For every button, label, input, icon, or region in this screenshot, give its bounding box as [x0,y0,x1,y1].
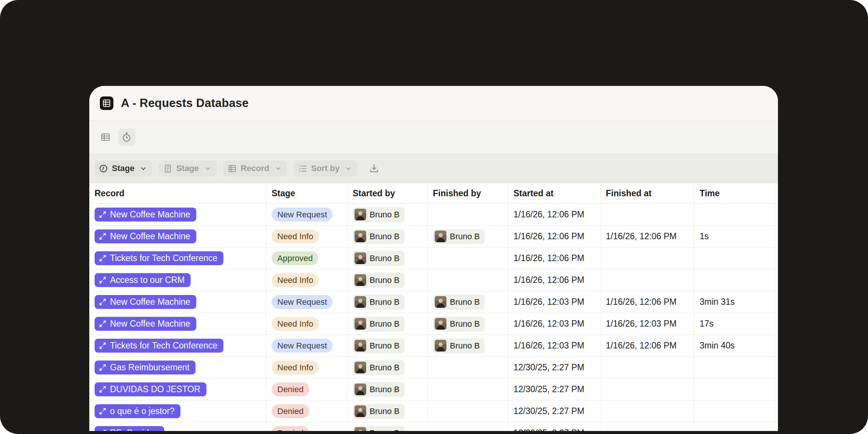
record-pill[interactable]: Gas Reimbursement [95,361,196,374]
started-at-cell: 12/30/25, 2:27 PM [508,357,601,378]
title-bar: A - Requests Database [89,86,778,121]
person-name: Bruno B [370,428,400,431]
row-filler [775,379,778,400]
column-header-stage[interactable]: Stage [266,183,347,203]
table-row: o que é o jestor?DeniedBruno B12/30/25, … [89,400,778,422]
column-header-finished-by[interactable]: Finished by [428,183,508,203]
finished-by-cell [428,379,508,400]
record-cell: New Coffee Machine [89,204,266,225]
finished-by-cell [428,357,508,378]
numbered-list-icon [298,164,307,173]
column-header-time[interactable]: Time [694,183,775,203]
person-chip: Bruno B [433,316,485,332]
column-header-record[interactable]: Record [89,183,266,203]
record-pill[interactable]: New Coffee Machine [95,208,196,222]
person-chip: Bruno B [353,360,405,375]
sort-by-button[interactable]: Sort by [293,160,358,176]
stage-badge: Denied [272,382,309,396]
record-cell: o que é o jestor? [89,400,266,422]
avatar [435,231,446,242]
record-pill[interactable]: DUVIDAS DO JESTOR [95,382,206,396]
finished-by-cell [428,204,508,225]
column-header-started-at[interactable]: Started at [508,183,601,203]
table-row: New Coffee MachineNeed InfoBruno BBruno … [89,313,778,335]
row-filler [775,269,778,291]
record-pill[interactable]: Tickets for Tech Conference [95,251,223,265]
expand-icon [99,364,107,371]
stage-badge: New Request [272,295,333,309]
filter-stage-button[interactable]: Stage [159,160,217,176]
chevron-down-icon [140,165,147,172]
filter-stage-timing-button[interactable]: Stage [94,160,152,176]
time-cell [694,204,775,225]
record-cell: New Coffee Machine [89,313,266,335]
record-title: RE: Duvidas [110,428,158,431]
expand-icon [99,298,107,306]
person-name: Bruno B [370,319,400,329]
record-pill[interactable]: o que é o jestor? [95,404,180,418]
download-icon [369,163,379,174]
started-at-cell: 1/16/26, 12:06 PM [508,226,601,247]
list-document-icon [163,164,173,173]
started-by-cell: Bruno B [347,313,428,335]
finished-by-cell: Bruno B [428,226,508,247]
finished-at-cell: 1/16/26, 12:06 PM [601,226,694,247]
record-title: Access to our CRM [110,275,185,285]
stage-badge: Need Info [272,229,319,243]
stage-cell: Need Info [266,313,347,335]
filter-label: Stage [112,164,134,173]
started-at-cell: 12/30/25, 2:27 PM [508,400,601,422]
started-by-cell: Bruno B [347,269,428,291]
table-grid-icon [100,132,111,142]
finished-at-cell [601,379,694,400]
record-pill[interactable]: Tickets for Tech Conference [95,339,223,353]
table-row: New Coffee MachineNeed InfoBruno BBruno … [89,226,778,248]
time-cell: 1s [694,226,775,247]
stage-badge: Need Info [272,273,319,287]
record-pill[interactable]: New Coffee Machine [95,317,196,331]
finished-at-value: 1/16/26, 12:06 PM [606,341,677,351]
expand-icon [99,320,107,328]
stage-cell: Approved [266,248,347,269]
avatar [435,340,446,351]
clock-icon [99,164,108,173]
filter-record-button[interactable]: Record [223,160,287,176]
expand-icon [99,211,107,219]
column-header-finished-at[interactable]: Finished at [601,183,694,203]
finished-at-cell [601,357,694,378]
finished-by-cell [428,422,508,431]
person-name: Bruno B [370,341,400,351]
person-name: Bruno B [370,363,400,373]
time-cell [694,379,775,400]
avatar [355,384,366,395]
table-row: Tickets for Tech ConferenceNew RequestBr… [89,335,778,357]
person-chip: Bruno B [353,295,405,310]
record-pill[interactable]: Access to our CRM [95,273,191,287]
table-row: New Coffee MachineNew RequestBruno B1/16… [89,204,778,226]
record-pill[interactable]: New Coffee Machine [95,295,196,309]
avatar [435,318,446,330]
stage-badge: New Request [272,208,333,222]
started-by-cell: Bruno B [347,422,428,431]
download-button[interactable] [369,163,379,174]
stage-cell: Denied [266,379,347,400]
record-pill[interactable]: New Coffee Machine [95,229,196,243]
database-window: A - Requests Database [89,86,778,431]
record-title: Tickets for Tech Conference [110,341,217,351]
view-toolbar [89,121,778,153]
finished-at-value: 1/16/26, 12:06 PM [606,297,677,307]
started-at-cell: 1/16/26, 12:06 PM [508,204,601,225]
stage-cell: New Request [266,204,347,225]
started-at-value: 1/16/26, 12:03 PM [513,297,584,307]
row-filler [775,357,778,378]
person-chip: Bruno B [353,273,405,288]
record-pill[interactable]: RE: Duvidas [95,426,164,431]
person-chip: Bruno B [353,316,405,332]
started-at-cell: 12/30/25, 2:27 PM [508,422,601,431]
table-view-tab[interactable] [100,128,111,146]
time-value: 17s [700,319,714,329]
time-value: 1s [700,231,709,241]
timing-view-tab[interactable] [118,128,135,146]
column-header-started-by[interactable]: Started by [347,183,428,203]
finished-by-cell: Bruno B [428,335,508,356]
